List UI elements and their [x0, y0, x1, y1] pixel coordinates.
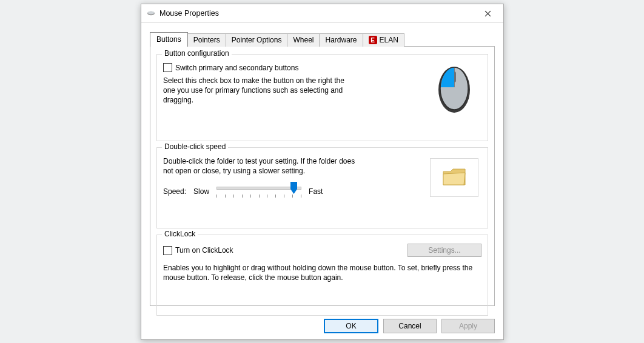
- speed-slider[interactable]: [216, 184, 301, 199]
- slider-ticks: [216, 195, 301, 199]
- mouse-illustration: [436, 63, 472, 116]
- button-configuration-group: Button configuration Switch primary and …: [156, 54, 488, 141]
- speed-slider-row: Speed: Slow: [163, 184, 421, 199]
- slow-label: Slow: [193, 187, 209, 196]
- tab-label: Hardware: [325, 36, 357, 44]
- slider-thumb[interactable]: [290, 182, 297, 194]
- mouse-properties-dialog: Mouse Properties Buttons Pointers Pointe…: [141, 4, 504, 340]
- fast-label: Fast: [309, 187, 323, 196]
- switch-buttons-description: Select this check box to make the button…: [163, 76, 351, 105]
- test-folder[interactable]: [430, 158, 478, 197]
- tab-label: Buttons: [156, 35, 181, 44]
- tab-label: Pointers: [193, 36, 220, 44]
- clicklock-label: Turn on ClickLock: [175, 246, 233, 255]
- ok-button[interactable]: OK: [324, 319, 378, 333]
- clicklock-group: ClickLock Turn on ClickLock Settings... …: [156, 235, 488, 316]
- dialog-title: Mouse Properties: [159, 9, 475, 18]
- mouse-icon: [146, 8, 156, 18]
- close-button[interactable]: [475, 5, 500, 21]
- speed-label: Speed:: [163, 187, 186, 196]
- double-click-speed-group: Double-click speed Double-click the fold…: [156, 147, 488, 228]
- title-bar: Mouse Properties: [141, 4, 503, 23]
- clicklock-description: Enables you to highlight or drag without…: [163, 263, 481, 282]
- tab-elan[interactable]: E ELAN: [363, 33, 404, 47]
- switch-buttons-checkbox[interactable]: [163, 63, 172, 72]
- apply-button: Apply: [441, 319, 495, 333]
- svg-point-1: [148, 11, 155, 14]
- folder-icon: [441, 167, 467, 188]
- tab-buttons[interactable]: Buttons: [150, 32, 188, 47]
- tab-pointers[interactable]: Pointers: [187, 33, 226, 47]
- double-click-description: Double-click the folder to test your set…: [163, 156, 357, 176]
- tab-pointer-options[interactable]: Pointer Options: [226, 33, 288, 47]
- tab-hardware[interactable]: Hardware: [319, 33, 363, 47]
- tab-label: Wheel: [293, 36, 314, 44]
- clicklock-checkbox[interactable]: [163, 246, 172, 255]
- elan-icon: E: [369, 36, 377, 44]
- dialog-footer: OK Cancel Apply: [324, 319, 495, 333]
- clicklock-settings-button: Settings...: [408, 244, 481, 257]
- group-legend: Button configuration: [162, 49, 232, 58]
- group-legend: Double-click speed: [162, 142, 228, 151]
- tab-strip: Buttons Pointers Pointer Options Wheel H…: [150, 32, 495, 47]
- tab-wheel[interactable]: Wheel: [287, 33, 320, 47]
- tab-label: Pointer Options: [232, 36, 282, 44]
- slider-track: [216, 187, 301, 190]
- cancel-button[interactable]: Cancel: [383, 319, 437, 333]
- switch-buttons-label: Switch primary and secondary buttons: [175, 64, 298, 72]
- tab-label: ELAN: [380, 36, 398, 44]
- group-legend: ClickLock: [162, 230, 198, 238]
- tab-content: Button configuration Switch primary and …: [150, 47, 495, 306]
